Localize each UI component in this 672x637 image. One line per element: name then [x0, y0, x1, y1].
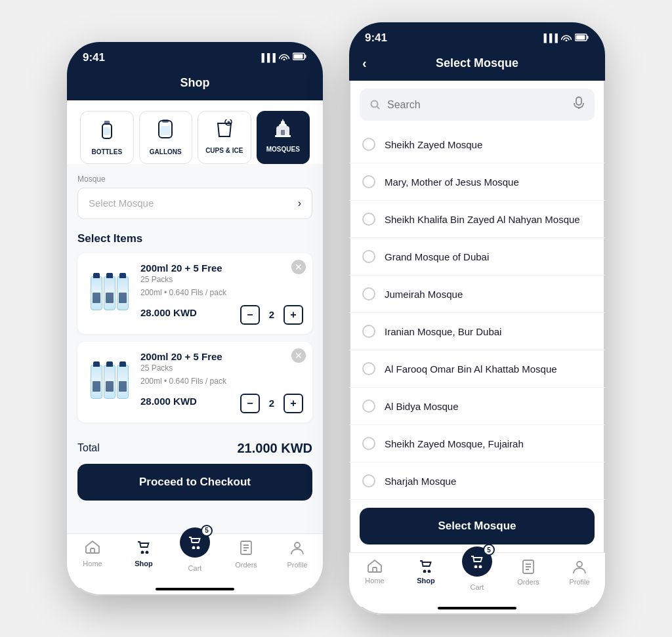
svg-point-15: [142, 551, 144, 553]
nav-profile-2[interactable]: Profile: [554, 560, 605, 591]
mosque-name: Al Farooq Omar Bin Al Khattab Mosque: [385, 363, 557, 375]
home-indicator-1: [156, 588, 234, 590]
profile-label-2: Profile: [569, 578, 589, 586]
total-value: 21.000 KWD: [238, 441, 313, 456]
product-packs-2: 25 Packs: [140, 363, 303, 373]
checkout-button[interactable]: Proceed to Checkout: [77, 464, 312, 501]
category-gallons[interactable]: GALLONS: [139, 111, 193, 164]
svg-text:❄: ❄: [226, 121, 230, 125]
bottles-label: BOTTLES: [91, 148, 122, 155]
mosque-item[interactable]: Al Farooq Omar Bin Al Khattab Mosque: [349, 350, 605, 388]
mosque-radio: [362, 437, 375, 450]
orders-label-1: Orders: [235, 561, 257, 569]
mosque-item[interactable]: Sharjah Mosque: [349, 462, 605, 500]
mosque-radio: [362, 213, 375, 226]
mosque-name: Sheikh Khalifa Bin Zayed Al Nahyan Mosqu…: [385, 214, 580, 225]
qty-decrease-1[interactable]: −: [240, 305, 260, 325]
status-bar-2: 9:41 ▐▐▐: [349, 22, 605, 50]
cart-label-1: Cart: [188, 564, 202, 572]
shop-title: Shop: [180, 76, 210, 90]
qty-value-1: 2: [260, 309, 284, 320]
nav-shop-1[interactable]: Shop: [118, 541, 169, 572]
mosque-item[interactable]: Mary, Mother of Jesus Mosque: [349, 163, 605, 201]
wifi-icon-2: [561, 33, 572, 43]
svg-point-24: [371, 100, 378, 107]
gallons-label: GALLONS: [150, 148, 182, 155]
nav-orders-2[interactable]: Orders: [503, 560, 554, 591]
main-content-1: Mosque Select Mosque › Select Items ✕: [67, 164, 323, 533]
battery-icon: [293, 52, 307, 62]
product-card-2: ✕ 200ml 20 + 5 Free 25 Packs 200ml • 0.6…: [77, 342, 312, 422]
select-mosque-button[interactable]: Select Mosque: [360, 508, 595, 545]
category-bottles[interactable]: BOTTLES: [80, 111, 134, 164]
product-name-2: 200ml 20 + 5 Free: [140, 351, 303, 362]
mosque-radio: [362, 175, 375, 188]
home-icon: [85, 541, 100, 557]
qty-increase-1[interactable]: +: [284, 305, 303, 325]
bottom-nav-1: Home Shop 5: [67, 533, 323, 588]
category-mosques[interactable]: MOSQUES: [257, 111, 310, 164]
mosque-name: Iranian Mosque, Bur Dubai: [385, 326, 501, 337]
nav-orders-1[interactable]: Orders: [220, 541, 272, 572]
remove-btn-1[interactable]: ✕: [291, 260, 306, 274]
qty-decrease-2[interactable]: −: [240, 394, 260, 413]
mosque-radio: [362, 287, 375, 300]
product-img-1: [87, 270, 133, 316]
category-cups-ice[interactable]: ❄ CUPS & ICE: [198, 111, 251, 164]
cart-label-2: Cart: [471, 583, 484, 591]
svg-point-20: [295, 543, 300, 548]
mosque-item[interactable]: Al Bidya Mosque: [349, 388, 605, 425]
mosque-item[interactable]: Grand Mosque of Dubai: [349, 238, 605, 276]
profile-icon: [291, 541, 304, 558]
home-label-1: Home: [83, 560, 102, 567]
svg-point-16: [146, 551, 148, 553]
nav-shop-2[interactable]: Shop: [400, 560, 452, 591]
time-2: 9:41: [365, 31, 387, 45]
mosque-radio: [362, 474, 375, 487]
select-mosque-header-title: Select Mosque: [436, 56, 518, 70]
home-label-2: Home: [365, 577, 384, 585]
nav-cart-1[interactable]: 5 Cart: [169, 541, 220, 572]
svg-point-17: [193, 546, 195, 548]
mosque-selector-box[interactable]: Select Mosque ›: [77, 188, 312, 219]
qty-control-2: − 2 +: [240, 394, 303, 413]
svg-rect-23: [576, 35, 585, 39]
svg-rect-14: [91, 548, 94, 553]
mosque-item[interactable]: Sheikh Khalifa Bin Zayed Al Nahyan Mosqu…: [349, 201, 605, 238]
svg-rect-2: [294, 54, 303, 59]
product-info-2: 200ml 20 + 5 Free 25 Packs 200ml • 0.640…: [140, 351, 303, 413]
svg-rect-26: [373, 567, 377, 572]
nav-home-2[interactable]: Home: [349, 560, 400, 591]
product-packs-1: 25 Packs: [140, 275, 303, 284]
svg-rect-25: [576, 97, 581, 105]
shop-label-2: Shop: [417, 577, 435, 585]
qty-increase-2[interactable]: +: [284, 394, 303, 413]
mosque-item[interactable]: Jumeirah Mosque: [349, 276, 605, 313]
nav-cart-2[interactable]: 5 Cart: [452, 560, 503, 591]
qty-value-2: 2: [260, 398, 284, 409]
cart-icon-circle-2: 5: [462, 546, 492, 577]
search-bar[interactable]: [360, 89, 595, 121]
cart-badge-2: 5: [483, 544, 495, 556]
search-input[interactable]: [387, 99, 567, 111]
svg-point-27: [424, 571, 426, 573]
mic-icon[interactable]: [574, 96, 584, 113]
svg-point-18: [198, 546, 200, 548]
remove-btn-2[interactable]: ✕: [291, 348, 306, 363]
mosque-item[interactable]: Iranian Mosque, Bur Dubai: [349, 313, 605, 350]
mosque-item[interactable]: Sheikh Zayed Mosque: [349, 126, 605, 163]
mosque-list: Sheikh Zayed Mosque Mary, Mother of Jesu…: [349, 126, 605, 500]
cart-icon-circle: 5: [180, 527, 210, 558]
home-icon-2: [368, 560, 382, 574]
cups-ice-icon: ❄: [215, 119, 234, 143]
nav-home-1[interactable]: Home: [67, 541, 118, 572]
content-wrapper-1: Mosque Select Mosque › Select Items ✕: [67, 164, 323, 596]
cups-ice-label: CUPS & ICE: [205, 147, 243, 154]
back-button[interactable]: ‹: [362, 56, 367, 71]
nav-profile-1[interactable]: Profile: [272, 541, 323, 572]
shop-label-1: Shop: [135, 560, 153, 567]
mosque-name: Mary, Mother of Jesus Mosque: [385, 176, 519, 188]
mosque-item[interactable]: Sheikh Zayed Mosque, Fujairah: [349, 425, 605, 462]
mosque-radio: [362, 362, 375, 375]
bottom-nav-2: Home Shop 5 Cart: [349, 552, 605, 607]
